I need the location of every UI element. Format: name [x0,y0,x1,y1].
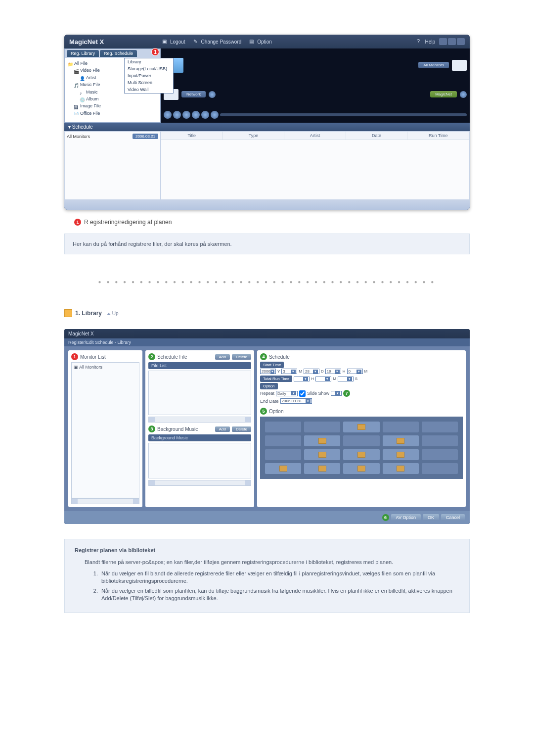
av-option-button[interactable]: AV Option [391,514,421,521]
min-select[interactable]: 0▾ [347,369,363,374]
repeat-select[interactable]: Daily▾ [276,391,298,396]
day-select[interactable]: 28▾ [304,369,319,374]
titlebar: MagicNet X ▣Logout ✎Change Password ▤Opt… [64,35,470,48]
layout-opt[interactable] [383,463,419,474]
bg-music-delete[interactable]: Delete [232,426,251,432]
file-list[interactable] [148,371,251,415]
progress-bar[interactable] [220,113,467,116]
layout-opt[interactable] [343,422,379,432]
dialog-subtitle: Register/Edit Schedule - Library [64,338,470,346]
layout-opt[interactable] [343,435,379,446]
layout-opt[interactable] [304,422,340,432]
menu-input-power[interactable]: Input/Power [125,72,173,79]
cancel-button[interactable]: Cancel [441,514,465,521]
layout-opt[interactable] [422,449,458,460]
section-icon [64,309,72,317]
schedule-header: ▾ Schedule [64,123,470,131]
sched-all-monitors[interactable]: All Monitors [67,134,90,139]
up-link[interactable]: Up [107,311,119,316]
library-panel: Reg. Library Reg. Schedule 1 📁All File 🎬… [64,48,161,123]
logout-button[interactable]: ▣Logout [158,38,189,46]
total-runtime-label: Total Run Time [260,376,292,382]
schedule-date-select[interactable]: 2006.03.21 [133,134,158,139]
hour-select[interactable]: 19▾ [325,369,341,374]
dialog-titlebar: MagicNet X [64,329,470,338]
layout-icon [357,452,365,458]
menu-library[interactable]: Library [125,58,173,65]
layout-opt[interactable] [343,463,379,474]
section-library-heading: 1. Library Up [64,309,470,317]
slideshow-interval[interactable]: ▾ [331,391,342,396]
layout-opt[interactable] [383,449,419,460]
end-date-select[interactable]: 2006.03.28▾ [280,398,312,404]
marker-4: 4 [260,353,267,360]
layout-opt[interactable] [265,449,301,460]
year-select[interactable]: 2006▾ [260,369,276,374]
callout-1-text: 1 R egistrering/redigering af planen [64,219,470,226]
marker-6: 6 [382,514,389,521]
col-date[interactable]: Date [346,132,408,140]
layout-opt[interactable] [383,435,419,446]
schedule-file-add[interactable]: Add [215,354,230,360]
schedule-monitor-list: All Monitors 2006.03.21 [64,131,161,200]
monitor-list[interactable]: ▣ All Monitors [71,362,139,498]
library-instructions: Registrer planen via biblioteket Blandt … [64,539,470,613]
layout-icon [357,424,365,430]
instr-step-2: Når du vælger en billedfil som planfilen… [99,587,459,603]
next-track-button[interactable] [211,111,219,119]
col-artist[interactable]: Artist [284,132,346,140]
layout-opt[interactable] [343,449,379,460]
ok-button[interactable]: OK [423,514,439,521]
layout-opt[interactable] [422,463,458,474]
layout-opt[interactable] [383,422,419,432]
context-menu[interactable]: Library Storage(Local/USB) Input/Power M… [124,58,174,94]
layout-opt[interactable] [422,422,458,432]
h-scrollbar[interactable] [71,498,139,504]
layout-opt[interactable] [304,463,340,474]
rewind-button[interactable] [182,111,190,119]
red-marker-1: 1 [74,219,81,226]
slideshow-checkbox[interactable] [299,390,306,397]
info-box-1: Her kan du på forhånd registrere filer, … [64,234,470,254]
window-controls[interactable] [439,38,465,45]
play-button[interactable] [192,111,200,119]
tab-reg-schedule[interactable]: Reg. Schedule [100,50,137,57]
instr-para: Blandt filerne på server-pc&apos; en kan… [75,559,459,565]
start-time-label: Start Time [260,362,284,368]
rt-s[interactable]: ▾ [338,377,354,381]
music-note-icon: ♪ [80,90,85,94]
bg-music-list[interactable] [148,443,251,478]
rt-h[interactable]: ▾ [294,377,310,381]
menu-multi-screen[interactable]: Multi Screen [125,79,173,86]
help-button[interactable]: ?Help [413,38,439,46]
layout-opt[interactable] [265,435,301,446]
layout-opt[interactable] [304,449,340,460]
album-icon: 💿 [80,96,85,101]
prev-track-button[interactable] [164,111,172,119]
rt-m[interactable]: ▾ [315,377,331,381]
bg-music-scroll[interactable] [148,480,251,486]
col-title[interactable]: Title [161,132,223,140]
layout-opt[interactable] [265,463,301,474]
schedule-grid: Title Type Artist Date Run Time [161,131,470,200]
menu-video-wall[interactable]: Video Wall [125,86,173,93]
layout-opt[interactable] [304,435,340,446]
network-toggle[interactable] [209,91,216,98]
tab-reg-library[interactable]: Reg. Library [67,50,99,57]
file-list-scroll[interactable] [148,417,251,423]
schedule-file-delete[interactable]: Delete [232,354,251,360]
month-select[interactable]: 3▾ [281,369,297,374]
magicnet-toggle[interactable] [460,91,467,98]
col-type[interactable]: Type [223,132,285,140]
bg-music-add[interactable]: Add [215,426,230,432]
option-button[interactable]: ▤Option [245,38,275,46]
layout-opt[interactable] [422,435,458,446]
forward-button[interactable] [201,111,209,119]
monitor-preview-icon[interactable] [452,60,467,71]
menu-storage[interactable]: Storage(Local/USB) [125,65,173,72]
divider: ● ● ● ● ● ● ● ● ● ● ● ● ● ● ● ● ● ● ● ● … [64,279,470,284]
col-runtime[interactable]: Run Time [407,132,469,140]
stop-button[interactable] [173,111,181,119]
change-password-button[interactable]: ✎Change Password [189,38,246,46]
layout-opt[interactable] [265,422,301,432]
